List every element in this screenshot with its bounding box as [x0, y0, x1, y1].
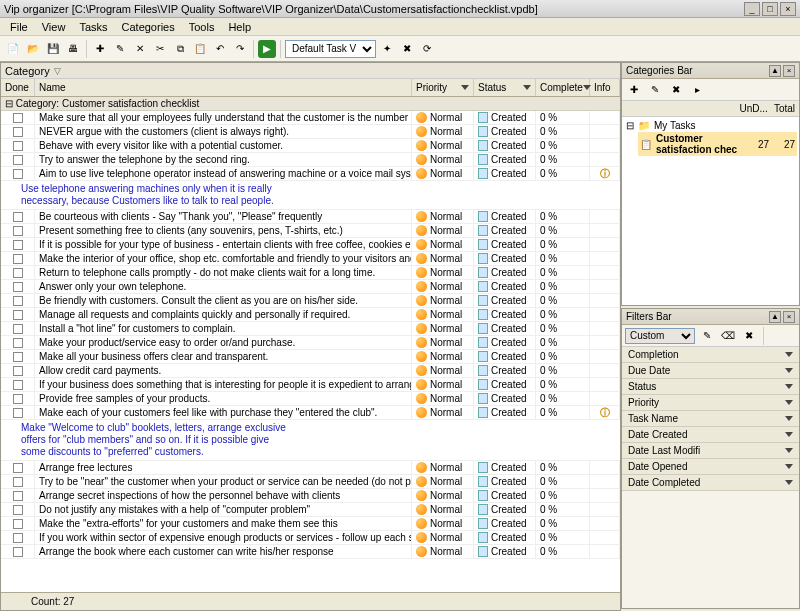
cat-new-icon[interactable]: ✚ [625, 81, 643, 99]
task-row[interactable]: Manage all requests and complaints quick… [1, 308, 620, 322]
menu-file[interactable]: File [4, 19, 34, 35]
open-icon[interactable]: 📂 [24, 40, 42, 58]
col-status[interactable]: Status [474, 79, 536, 96]
refresh-icon[interactable]: ⟳ [418, 40, 436, 58]
filter-field[interactable]: Priority [622, 395, 799, 411]
grid-body[interactable]: ⊟ Category: Customer satisfaction checkl… [1, 97, 620, 592]
filter-field[interactable]: Task Name [622, 411, 799, 427]
category-tree[interactable]: ⊟📁My Tasks 📋Customer satisfaction chec 2… [622, 117, 799, 305]
task-row[interactable]: If you work within sector of expensive e… [1, 531, 620, 545]
group-header[interactable]: ⊟ Category: Customer satisfaction checkl… [1, 97, 620, 111]
task-row[interactable]: Provide free samples of your products. N… [1, 392, 620, 406]
filter-field[interactable]: Date Last Modifi [622, 443, 799, 459]
done-checkbox[interactable] [13, 491, 23, 501]
filter-field[interactable]: Status [622, 379, 799, 395]
new-task-icon[interactable]: ✚ [91, 40, 109, 58]
done-checkbox[interactable] [13, 282, 23, 292]
done-checkbox[interactable] [13, 212, 23, 222]
close-button[interactable]: × [780, 2, 796, 16]
task-row[interactable]: Be courteous with clients - Say "Thank y… [1, 210, 620, 224]
done-checkbox[interactable] [13, 141, 23, 151]
task-row[interactable]: Make the interior of your office, shop e… [1, 252, 620, 266]
task-row[interactable]: If your business does something that is … [1, 378, 620, 392]
task-row[interactable]: Return to telephone calls promptly - do … [1, 266, 620, 280]
done-checkbox[interactable] [13, 310, 23, 320]
menu-tasks[interactable]: Tasks [73, 19, 113, 35]
minimize-button[interactable]: _ [744, 2, 760, 16]
task-row[interactable]: Install a "hot line" for customers to co… [1, 322, 620, 336]
filter-field[interactable]: Date Created [622, 427, 799, 443]
done-checkbox[interactable] [13, 547, 23, 557]
cat-edit-icon[interactable]: ✎ [646, 81, 664, 99]
pin-icon[interactable]: ▲ [769, 311, 781, 323]
done-checkbox[interactable] [13, 366, 23, 376]
task-row[interactable]: Answer only your own telephone. Normal C… [1, 280, 620, 294]
filter-field[interactable]: Date Opened [622, 459, 799, 475]
done-checkbox[interactable] [13, 127, 23, 137]
done-checkbox[interactable] [13, 155, 23, 165]
info-icon[interactable]: ⓘ [600, 167, 610, 180]
task-row[interactable]: Arrange the book where each customer can… [1, 545, 620, 559]
filter-del-icon[interactable]: ✖ [740, 327, 758, 345]
done-checkbox[interactable] [13, 380, 23, 390]
task-row[interactable]: Make your product/service easy to order … [1, 336, 620, 350]
col-name[interactable]: Name [35, 79, 412, 96]
col-done[interactable]: Done [1, 79, 35, 96]
filter-field[interactable]: Completion [622, 347, 799, 363]
filter-preset-select[interactable]: Custom [625, 328, 695, 344]
col-complete[interactable]: Complete [536, 79, 590, 96]
done-checkbox[interactable] [13, 394, 23, 404]
task-row[interactable]: Try to be "near" the customer when your … [1, 475, 620, 489]
task-row[interactable]: Make all your business offers clear and … [1, 350, 620, 364]
wand-icon[interactable]: ✦ [378, 40, 396, 58]
task-template-select[interactable]: Default Task V [285, 40, 376, 58]
done-checkbox[interactable] [13, 352, 23, 362]
task-row[interactable]: Allow credit card payments. Normal Creat… [1, 364, 620, 378]
done-checkbox[interactable] [13, 463, 23, 473]
done-checkbox[interactable] [13, 226, 23, 236]
delete-icon[interactable]: ✕ [131, 40, 149, 58]
task-row[interactable]: Behave with every visitor like with a po… [1, 139, 620, 153]
done-checkbox[interactable] [13, 113, 23, 123]
redo-icon[interactable]: ↷ [231, 40, 249, 58]
task-row[interactable]: Make the "extra-efforts" for your custom… [1, 517, 620, 531]
done-checkbox[interactable] [13, 254, 23, 264]
done-checkbox[interactable] [13, 505, 23, 515]
col-info[interactable]: Info [590, 79, 620, 96]
menu-help[interactable]: Help [222, 19, 257, 35]
info-icon[interactable]: ⓘ [600, 406, 610, 419]
print-icon[interactable]: 🖶 [64, 40, 82, 58]
task-row[interactable]: Aim to use live telephone operator inste… [1, 167, 620, 181]
filter-field[interactable]: Due Date [622, 363, 799, 379]
save-icon[interactable]: 💾 [44, 40, 62, 58]
paste-icon[interactable]: 📋 [191, 40, 209, 58]
done-checkbox[interactable] [13, 408, 23, 418]
task-row[interactable]: Try to answer the telephone by the secon… [1, 153, 620, 167]
menu-categories[interactable]: Categories [116, 19, 181, 35]
task-row[interactable]: Do not justify any mistakes with a help … [1, 503, 620, 517]
filter-field[interactable]: Date Completed [622, 475, 799, 491]
cat-del-icon[interactable]: ✖ [667, 81, 685, 99]
clear-icon[interactable]: ✖ [398, 40, 416, 58]
cut-icon[interactable]: ✂ [151, 40, 169, 58]
menu-view[interactable]: View [36, 19, 72, 35]
done-checkbox[interactable] [13, 533, 23, 543]
panel-close-icon[interactable]: × [783, 311, 795, 323]
filter-edit-icon[interactable]: ✎ [698, 327, 716, 345]
task-row[interactable]: Be friendly with customers. Consult the … [1, 294, 620, 308]
task-row[interactable]: Arrange free lectures Normal Created 0 % [1, 461, 620, 475]
done-checkbox[interactable] [13, 296, 23, 306]
pin-icon[interactable]: ▲ [769, 65, 781, 77]
task-row[interactable]: Make sure that all your employees fully … [1, 111, 620, 125]
task-row[interactable]: NEVER argue with the customers (client i… [1, 125, 620, 139]
task-row[interactable]: Arrange secret inspections of how the pe… [1, 489, 620, 503]
task-row[interactable]: Present something free to clients (any s… [1, 224, 620, 238]
edit-icon[interactable]: ✎ [111, 40, 129, 58]
maximize-button[interactable]: □ [762, 2, 778, 16]
done-checkbox[interactable] [13, 519, 23, 529]
filter-clear-icon[interactable]: ⌫ [719, 327, 737, 345]
menu-tools[interactable]: Tools [183, 19, 221, 35]
col-priority[interactable]: Priority [412, 79, 474, 96]
new-icon[interactable]: 📄 [4, 40, 22, 58]
done-checkbox[interactable] [13, 338, 23, 348]
